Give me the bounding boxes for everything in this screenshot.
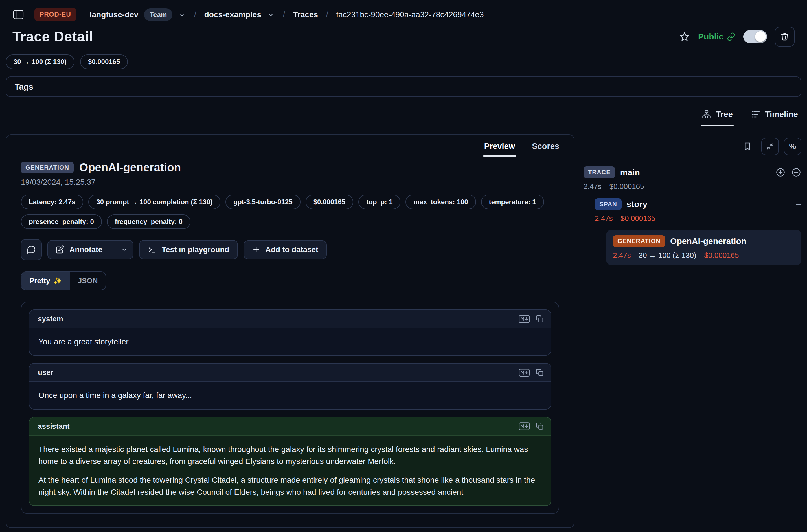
span-latency: 2.47s bbox=[595, 214, 613, 223]
test-in-playground-button[interactable]: Test in playground bbox=[139, 240, 238, 259]
span-badge: SPAN bbox=[595, 198, 622, 210]
observation-panel: Preview Scores GENERATION OpenAI-generat… bbox=[6, 134, 575, 528]
public-toggle[interactable] bbox=[743, 30, 767, 43]
comment-button[interactable] bbox=[21, 239, 42, 260]
percent-icon[interactable]: % bbox=[784, 138, 801, 155]
sidebar-toggle-icon[interactable] bbox=[13, 9, 24, 21]
panel-body: GENERATION OpenAI-generation 19/03/2024,… bbox=[6, 156, 574, 528]
tab-preview[interactable]: Preview bbox=[483, 141, 517, 156]
trace-summary: 30 → 100 (Σ 130) $0.000165 bbox=[0, 46, 807, 69]
breadcrumb-org[interactable]: langfuse-dev bbox=[90, 10, 138, 19]
breadcrumb-traces[interactable]: Traces bbox=[293, 10, 318, 19]
generation-latency: 2.47s bbox=[613, 251, 631, 260]
generation-metrics: 2.47s 30 → 100 (Σ 130) $0.000165 bbox=[613, 251, 794, 260]
minus-circle-icon[interactable] bbox=[791, 167, 801, 177]
trace-tree: % TRACE main bbox=[583, 134, 801, 265]
generation-cost: $0.000165 bbox=[704, 251, 739, 260]
total-cost-badge: $0.000165 bbox=[80, 54, 128, 69]
trace-badge: TRACE bbox=[583, 167, 615, 178]
pencil-square-icon bbox=[55, 245, 64, 254]
plus-icon bbox=[252, 245, 260, 254]
collapse-node-icon[interactable]: − bbox=[796, 200, 801, 209]
message-paragraph: There existed a majestic planet called L… bbox=[38, 443, 542, 468]
link-icon bbox=[727, 33, 735, 41]
observation-timestamp: 19/03/2024, 15:25:37 bbox=[21, 178, 559, 187]
message-header: user bbox=[29, 364, 551, 382]
add-to-dataset-button[interactable]: Add to dataset bbox=[244, 240, 327, 259]
message-content: There existed a majestic planet called L… bbox=[29, 436, 551, 506]
copy-icon[interactable] bbox=[536, 315, 544, 323]
collapse-icon[interactable] bbox=[761, 138, 779, 155]
page-title: Trace Detail bbox=[13, 28, 93, 45]
tab-tree-label: Tree bbox=[716, 110, 733, 119]
delete-trace-button[interactable] bbox=[775, 27, 794, 46]
message-tools bbox=[519, 368, 544, 377]
message-assistant: assistant There existed a majestic plane… bbox=[29, 417, 551, 506]
panel-tabs: Preview Scores bbox=[6, 135, 574, 156]
markdown-toggle-icon[interactable] bbox=[519, 315, 530, 323]
actions-row: Annotate Test in playground bbox=[21, 239, 559, 260]
plus-circle-icon[interactable] bbox=[775, 167, 786, 177]
format-toggle: Pretty ✨ JSON bbox=[21, 271, 106, 290]
project-chevron-down-icon[interactable] bbox=[267, 11, 275, 19]
model-badge: gpt-3.5-turbo-0125 bbox=[225, 195, 300, 209]
trace-cost: $0.000165 bbox=[609, 182, 644, 191]
tags-section[interactable]: Tags bbox=[6, 76, 801, 97]
trace-latency: 2.47s bbox=[583, 182, 602, 191]
bookmark-icon[interactable] bbox=[739, 138, 756, 155]
generation-tokens: 30 → 100 (Σ 130) bbox=[639, 251, 696, 260]
annotate-button[interactable]: Annotate bbox=[48, 241, 110, 259]
markdown-toggle-icon[interactable] bbox=[519, 368, 530, 377]
breadcrumb-separator: / bbox=[280, 10, 287, 19]
tree-node-generation-selected[interactable]: GENERATION OpenAI-generation 2.47s 30 → … bbox=[606, 230, 801, 265]
tab-tree[interactable]: Tree bbox=[701, 106, 734, 126]
tab-scores[interactable]: Scores bbox=[531, 141, 560, 156]
main-content: Preview Scores GENERATION OpenAI-generat… bbox=[0, 126, 807, 528]
trace-metrics: 2.47s $0.000165 bbox=[583, 182, 801, 191]
presence-penalty-badge: presence_penalty: 0 bbox=[21, 214, 102, 229]
tree-icon bbox=[702, 110, 711, 119]
environment-badge: PROD-EU bbox=[34, 8, 76, 21]
message-role: system bbox=[38, 315, 63, 323]
token-badge: 30 prompt → 100 completion (Σ 130) bbox=[88, 195, 220, 209]
tree-zoom-controls bbox=[775, 167, 801, 177]
star-icon[interactable] bbox=[679, 31, 690, 42]
format-pretty-button[interactable]: Pretty ✨ bbox=[21, 272, 70, 290]
public-link[interactable]: Public bbox=[698, 32, 735, 41]
message-paragraph: At the heart of Lumina stood the towerin… bbox=[38, 474, 542, 498]
annotate-split-button: Annotate bbox=[48, 240, 133, 259]
tab-timeline[interactable]: Timeline bbox=[750, 106, 799, 126]
temperature-badge: temperature: 1 bbox=[481, 195, 544, 209]
public-label: Public bbox=[698, 32, 724, 41]
messages-container: system You are a great storyteller. bbox=[21, 302, 559, 514]
toggle-thumb bbox=[755, 31, 766, 42]
markdown-toggle-icon[interactable] bbox=[519, 422, 530, 431]
message-header: assistant bbox=[29, 417, 551, 436]
trace-name: main bbox=[620, 168, 640, 177]
breadcrumb-separator: / bbox=[192, 10, 199, 19]
span-cost: $0.000165 bbox=[621, 214, 656, 223]
observation-badges: Latency: 2.47s 30 prompt → 100 completio… bbox=[21, 195, 559, 229]
org-type-label: Team bbox=[150, 11, 167, 19]
token-usage-badge: 30 → 100 (Σ 130) bbox=[6, 54, 75, 69]
copy-icon[interactable] bbox=[536, 368, 544, 377]
header-actions: Public bbox=[679, 27, 794, 46]
test-in-playground-label: Test in playground bbox=[162, 245, 229, 254]
span-name: story bbox=[627, 200, 647, 209]
observation-type-badge: GENERATION bbox=[21, 162, 74, 173]
message-header: system bbox=[29, 310, 551, 328]
tree-node-span[interactable]: SPAN story − 2.47s $0.000165 bbox=[595, 198, 801, 223]
generation-row: GENERATION OpenAI-generation bbox=[613, 235, 794, 247]
trace-row: TRACE main bbox=[583, 167, 801, 178]
trace-children: SPAN story − 2.47s $0.000165 GENERATION … bbox=[587, 198, 801, 265]
cost-badge: $0.000165 bbox=[305, 195, 353, 209]
breadcrumb-project[interactable]: docs-examples bbox=[204, 10, 261, 19]
copy-icon[interactable] bbox=[536, 422, 544, 431]
format-json-button[interactable]: JSON bbox=[70, 272, 106, 290]
annotate-dropdown-button[interactable] bbox=[115, 242, 133, 258]
breadcrumb-separator: / bbox=[324, 10, 331, 19]
observation-header: GENERATION OpenAI-generation bbox=[21, 161, 559, 174]
tree-node-trace[interactable]: TRACE main 2.47s $0.000165 bbox=[583, 167, 801, 191]
org-type-badge[interactable]: Team bbox=[144, 8, 172, 21]
org-chevron-down-icon[interactable] bbox=[178, 11, 186, 19]
